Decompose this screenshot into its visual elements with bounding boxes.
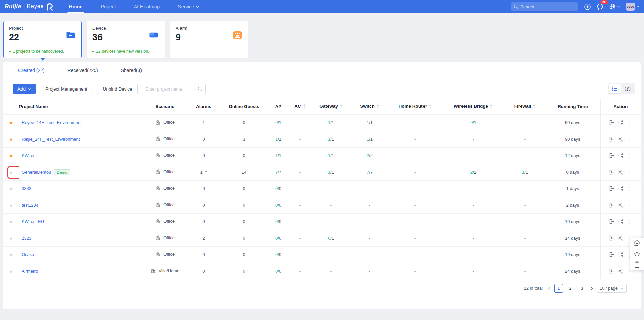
more-actions-icon[interactable] [628, 120, 632, 126]
more-actions-icon[interactable] [628, 153, 632, 158]
add-button[interactable]: Add [13, 84, 36, 94]
language-selector[interactable] [609, 3, 620, 10]
share-icon[interactable] [618, 219, 623, 224]
table-row[interactable]: Osaka Office 0 0 0/0 - - - - - - 19 days [3, 246, 641, 263]
project-name-link[interactable]: Reijie_14F_Test_Environment [22, 137, 80, 142]
project-name-link[interactable]: GeneralDemo8 [22, 170, 51, 175]
nav-item-service[interactable]: Service [169, 0, 208, 13]
map-view-button[interactable] [621, 84, 634, 93]
favorite-star-icon[interactable] [9, 268, 13, 274]
page-button-1[interactable]: 1 [554, 284, 563, 293]
global-search[interactable] [511, 2, 578, 11]
device-summary-card[interactable]: Device 36 12 devices have new version. [87, 21, 165, 58]
enter-project-icon[interactable] [609, 236, 614, 241]
prev-page-button[interactable] [547, 286, 551, 290]
nav-item-ai-heatmap[interactable]: AI Heatmap [125, 0, 169, 13]
share-icon[interactable] [618, 153, 623, 158]
unbind-device-button[interactable]: Unbind Device [97, 84, 138, 94]
enter-project-icon[interactable] [609, 153, 614, 158]
favorite-star-icon[interactable] [9, 219, 13, 224]
column-header-gateway[interactable]: Gateway [311, 99, 351, 114]
table-row[interactable]: KWTest-EG Office 0 0 0/0 - - - - - - 10 … [3, 213, 641, 230]
project-name-link[interactable]: test1234 [22, 203, 38, 208]
share-icon[interactable] [618, 170, 623, 175]
favorite-star-icon[interactable] [9, 186, 13, 191]
enter-project-icon[interactable] [609, 203, 614, 208]
project-search-input[interactable] [145, 86, 196, 92]
sort-icon[interactable] [376, 104, 379, 109]
more-actions-icon[interactable] [628, 203, 632, 208]
more-actions-icon[interactable] [628, 170, 632, 175]
project-name-link[interactable]: KWTest [22, 153, 37, 158]
sort-icon[interactable] [429, 104, 432, 109]
sort-icon[interactable] [303, 104, 306, 109]
share-icon[interactable] [618, 137, 623, 142]
favorite-star-icon[interactable] [9, 235, 13, 241]
enter-project-icon[interactable] [609, 252, 614, 257]
column-header-home-router[interactable]: Home Router [389, 99, 442, 114]
table-row[interactable]: Reijie_14F_Test_Environment Office 0 3 1… [3, 131, 641, 147]
table-row[interactable]: test1234 Office 0 0 0/0 - - - - - - 2 da… [3, 197, 641, 213]
share-icon[interactable] [618, 186, 623, 191]
more-actions-icon[interactable] [628, 219, 632, 224]
page-button-2[interactable]: 2 [566, 284, 575, 293]
next-page-button[interactable] [590, 286, 594, 290]
project-name-link[interactable]: KWTest-EG [22, 219, 44, 224]
share-icon[interactable] [618, 252, 623, 257]
chat-icon[interactable] [634, 240, 640, 247]
notifications-button[interactable]: 99+ [597, 3, 603, 10]
favorite-star-icon[interactable] [9, 136, 13, 142]
share-icon[interactable] [618, 269, 623, 274]
favorite-star-icon[interactable] [9, 153, 13, 158]
column-header-ac[interactable]: AC [289, 99, 311, 114]
tab-shared[interactable]: Shared(3) [119, 68, 144, 77]
search-icon[interactable] [198, 86, 202, 91]
sort-icon[interactable] [533, 104, 536, 109]
table-row[interactable]: GeneralDemo8 Demo Office 1 14 7/7 - 1/1 … [3, 164, 641, 180]
add-project-button[interactable] [584, 3, 591, 10]
page-button-3[interactable]: 3 [578, 284, 587, 293]
enter-project-icon[interactable] [609, 219, 614, 224]
clipboard-icon[interactable] [634, 261, 640, 268]
share-icon[interactable] [618, 236, 623, 241]
column-header-switch[interactable]: Switch [351, 99, 389, 114]
favorite-star-icon[interactable] [9, 169, 13, 175]
favorite-star-icon[interactable] [9, 120, 13, 126]
nav-item-project[interactable]: Project [91, 0, 125, 13]
sort-icon[interactable] [490, 104, 493, 109]
more-actions-icon[interactable] [628, 137, 632, 142]
project-name-link[interactable]: Osaka [22, 252, 34, 257]
project-name-link[interactable]: 2323 [22, 236, 31, 241]
project-name-link[interactable]: Airmetro [22, 269, 38, 274]
more-actions-icon[interactable] [628, 186, 632, 191]
project-name-link[interactable]: Reyee_14F_Test_Environment [22, 120, 82, 125]
enter-project-icon[interactable] [609, 170, 614, 175]
column-header-firewall[interactable]: Firewall [505, 99, 545, 114]
table-row[interactable]: 2323 Office 2 0 0/0 - 0/1 - - - - 14 day… [3, 230, 641, 246]
enter-project-icon[interactable] [609, 120, 614, 125]
favorite-star-icon[interactable] [9, 202, 13, 208]
list-view-button[interactable] [609, 84, 621, 93]
page-size-select[interactable]: 10 / page [597, 284, 627, 293]
project-summary-card[interactable]: Project 22 1 projects to be handovered. [3, 21, 82, 58]
alarms-dropdown-icon[interactable] [205, 171, 207, 173]
global-search-input[interactable] [520, 4, 575, 9]
table-row[interactable]: 3333 Office 0 0 0/0 - - - - - - 1 days [3, 180, 641, 197]
sort-icon[interactable] [340, 104, 343, 109]
favorite-star-icon[interactable] [9, 252, 13, 257]
project-search[interactable] [142, 84, 206, 94]
account-menu[interactable]: LOGO [626, 3, 639, 11]
share-icon[interactable] [618, 120, 623, 125]
table-row[interactable]: Airmetro Villa/Home 0 0 0/0 - - - - - - … [3, 263, 641, 279]
tab-created[interactable]: Created (22) [16, 68, 47, 77]
share-icon[interactable] [618, 203, 623, 208]
column-header-wireless-bridge[interactable]: Wireless Bridge [442, 99, 505, 114]
enter-project-icon[interactable] [609, 137, 614, 142]
nav-item-home[interactable]: Home [60, 0, 91, 13]
table-row[interactable]: KWTest Office 0 0 1/1 - 1/1 2/2 - - - 12… [3, 147, 641, 164]
table-row[interactable]: Reyee_14F_Test_Environment Office 1 0 0/… [3, 114, 641, 131]
enter-project-icon[interactable] [609, 269, 614, 274]
tab-received[interactable]: Received(220) [66, 68, 100, 77]
mascot-icon[interactable] [634, 251, 640, 257]
project-management-button[interactable]: Project Management [40, 84, 93, 94]
